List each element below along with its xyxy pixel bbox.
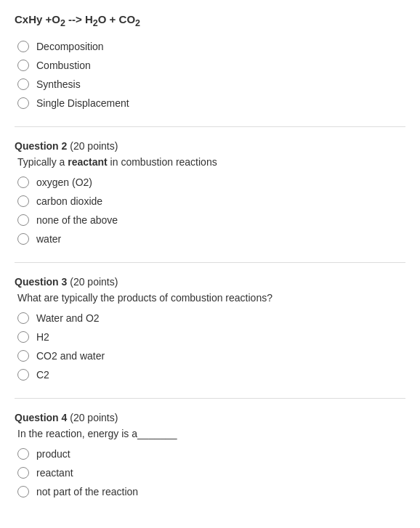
option-co2-water[interactable]: CO2 and water — [15, 350, 405, 362]
option-not-part-label: not part of the reaction — [36, 486, 138, 497]
option-oxygen-label: oxygen (O2) — [36, 176, 92, 188]
option-decomposition[interactable]: Decomposition — [15, 41, 405, 52]
radio-water-o2[interactable] — [17, 312, 29, 324]
option-carbon-dioxide[interactable]: carbon dioxide — [15, 195, 405, 207]
option-h2-label: H2 — [36, 331, 49, 343]
radio-not-part[interactable] — [17, 486, 29, 497]
question-4-options: product reactant not part of the reactio… — [15, 448, 405, 497]
radio-h2[interactable] — [17, 331, 29, 343]
option-h2[interactable]: H2 — [15, 331, 405, 343]
option-water-o2-label: Water and O2 — [36, 312, 100, 324]
question-3-text: What are typically the products of combu… — [15, 292, 405, 304]
option-synthesis-label: Synthesis — [36, 78, 81, 90]
question-4-header: Question 4 (20 points) — [15, 412, 405, 423]
radio-combustion[interactable] — [17, 60, 29, 71]
radio-reactant[interactable] — [17, 467, 29, 479]
option-co2-water-label: CO2 and water — [36, 350, 105, 362]
option-combustion[interactable]: Combustion — [15, 60, 405, 71]
question-3-block: Question 3 (20 points) What are typicall… — [15, 276, 405, 381]
divider-1 — [15, 126, 405, 127]
question-4-block: Question 4 (20 points) In the reaction, … — [15, 412, 405, 497]
option-decomposition-label: Decomposition — [36, 41, 104, 52]
question-2-text: Typically a reactant in combustion react… — [15, 156, 405, 168]
question-3-header: Question 3 (20 points) — [15, 276, 405, 288]
option-reactant[interactable]: reactant — [15, 467, 405, 479]
radio-synthesis[interactable] — [17, 78, 29, 90]
option-not-part[interactable]: not part of the reaction — [15, 486, 405, 497]
divider-2 — [15, 262, 405, 263]
radio-water[interactable] — [17, 233, 29, 245]
option-water[interactable]: water — [15, 233, 405, 245]
radio-co2-water[interactable] — [17, 350, 29, 362]
option-water-o2[interactable]: Water and O2 — [15, 312, 405, 324]
radio-none-above[interactable] — [17, 214, 29, 226]
divider-3 — [15, 398, 405, 399]
question-2-block: Question 2 (20 points) Typically a react… — [15, 140, 405, 245]
option-product-label: product — [36, 448, 70, 460]
question-3-points: (20 points) — [70, 276, 118, 288]
question-4-text: In the reaction, energy is a_______ — [15, 428, 405, 439]
option-synthesis[interactable]: Synthesis — [15, 78, 405, 90]
option-combustion-label: Combustion — [36, 60, 91, 71]
radio-product[interactable] — [17, 448, 29, 460]
option-c2-label: C2 — [36, 369, 49, 381]
option-single-displacement[interactable]: Single Displacement — [15, 97, 405, 109]
option-reactant-label: reactant — [36, 467, 73, 479]
radio-oxygen[interactable] — [17, 176, 29, 188]
option-carbon-dioxide-label: carbon dioxide — [36, 195, 102, 207]
radio-single-displacement[interactable] — [17, 97, 29, 109]
radio-c2[interactable] — [17, 369, 29, 381]
question-1-block: CxHy +O2 --> H2O + CO2 Decomposition Com… — [15, 12, 405, 109]
question-2-points: (20 points) — [70, 140, 118, 152]
option-single-displacement-label: Single Displacement — [36, 97, 129, 109]
option-none-above[interactable]: none of the above — [15, 214, 405, 226]
question-4-points: (20 points) — [70, 412, 118, 423]
option-c2[interactable]: C2 — [15, 369, 405, 381]
radio-carbon-dioxide[interactable] — [17, 195, 29, 207]
question-2-header: Question 2 (20 points) — [15, 140, 405, 152]
option-oxygen[interactable]: oxygen (O2) — [15, 176, 405, 188]
option-product[interactable]: product — [15, 448, 405, 460]
option-none-above-label: none of the above — [36, 214, 118, 226]
option-water-label: water — [36, 233, 61, 245]
question-1-options: Decomposition Combustion Synthesis Singl… — [15, 41, 405, 109]
radio-decomposition[interactable] — [17, 41, 29, 52]
question-1-formula: CxHy +O2 --> H2O + CO2 — [15, 12, 405, 31]
question-3-options: Water and O2 H2 CO2 and water C2 — [15, 312, 405, 381]
question-2-options: oxygen (O2) carbon dioxide none of the a… — [15, 176, 405, 245]
